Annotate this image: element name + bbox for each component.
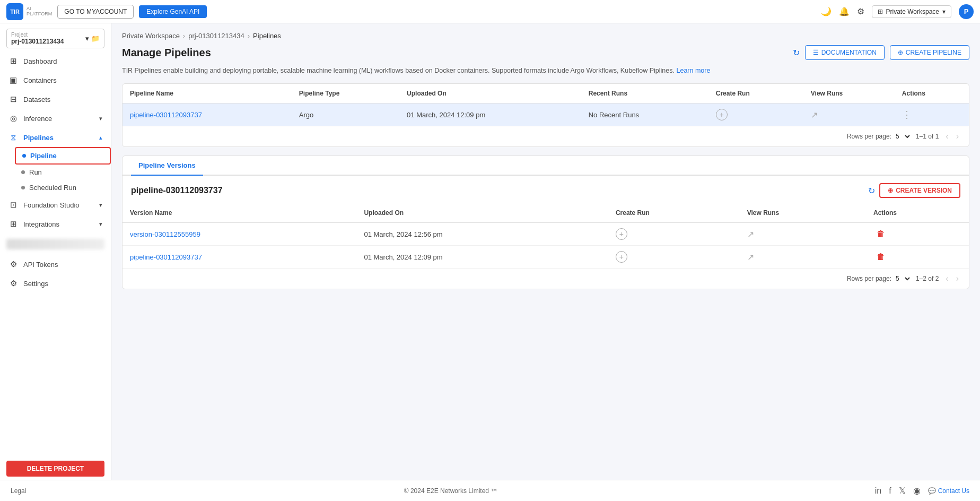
- col-version-actions: Actions: [866, 203, 969, 223]
- create-version-button[interactable]: ⊕ CREATE VERSION: [879, 183, 960, 198]
- api-tokens-icon: ⚙: [8, 260, 18, 269]
- workspace-icon: ⊞: [878, 8, 883, 15]
- page-header: Manage Pipelines ↻ ☰ DOCUMENTATION ⊕ CRE…: [122, 45, 969, 60]
- prev-page-button[interactable]: ‹: [943, 131, 951, 142]
- sidebar-item-label: Foundation Studio: [23, 201, 80, 209]
- next-page-button[interactable]: ›: [953, 131, 961, 142]
- page-title: Manage Pipelines: [122, 47, 211, 59]
- twitter-icon[interactable]: 𝕏: [899, 486, 906, 496]
- pipeline-type: Argo: [292, 103, 399, 126]
- page-nav: ‹ ›: [943, 273, 961, 284]
- logo-text: TIR: [10, 8, 20, 15]
- sidebar: Project prj-013011213434 ▾ 📁 ⊞ Dashboard…: [0, 23, 111, 501]
- rss-icon[interactable]: ◉: [913, 486, 921, 496]
- col-view-runs: View Runs: [803, 84, 895, 103]
- dot-icon: [21, 170, 25, 174]
- pipeline-name-link[interactable]: pipeline-030112093737: [130, 111, 202, 119]
- col-version-create-run: Create Run: [608, 203, 740, 223]
- dot-icon: [21, 186, 25, 189]
- pipeline-versions-tabs: Pipeline Versions: [122, 156, 969, 176]
- footer-legal[interactable]: Legal: [11, 487, 26, 495]
- logo-subtitle: AIPLATFORM: [27, 6, 52, 17]
- chevron-down-icon: ▾: [99, 115, 102, 122]
- tab-pipeline-versions[interactable]: Pipeline Versions: [131, 156, 203, 176]
- integrations-icon: ⊞: [8, 219, 18, 229]
- delete-version-button[interactable]: 🗑: [873, 251, 888, 263]
- rows-per-page-select[interactable]: 51025: [894, 274, 912, 283]
- delete-project-button[interactable]: DELETE PROJECT: [6, 461, 104, 477]
- col-create-run: Create Run: [708, 84, 803, 103]
- delete-version-button[interactable]: 🗑: [873, 228, 888, 240]
- breadcrumb: Private Workspace › prj-013011213434 › P…: [122, 32, 969, 40]
- sidebar-subitem-pipeline[interactable]: Pipeline: [15, 147, 111, 165]
- workspace-selector[interactable]: ⊞ Private Workspace ▾: [872, 5, 951, 18]
- view-runs-button[interactable]: ↗: [747, 230, 754, 239]
- sidebar-item-integrations[interactable]: ⊞ Integrations ▾: [0, 214, 111, 234]
- sidebar-item-pipelines[interactable]: ⧖ Pipelines ▴: [0, 128, 111, 147]
- linkedin-icon[interactable]: in: [875, 486, 881, 496]
- table-header-row: Pipeline Name Pipeline Type Uploaded On …: [122, 84, 969, 103]
- sidebar-item-foundation-studio[interactable]: ⊡ Foundation Studio ▾: [0, 195, 111, 214]
- description-text: TIR Pipelines enable building and deploy…: [122, 67, 675, 74]
- sidebar-subitem-label: Run: [29, 168, 42, 176]
- refresh-button[interactable]: ↻: [793, 48, 800, 58]
- version-name-link[interactable]: pipeline-030112093737: [130, 253, 202, 261]
- create-run-button[interactable]: +: [616, 251, 627, 263]
- create-run-button[interactable]: +: [616, 228, 627, 240]
- sidebar-item-settings[interactable]: ⚙ Settings: [0, 274, 111, 293]
- page-description: TIR Pipelines enable building and deploy…: [122, 65, 969, 76]
- breadcrumb-workspace[interactable]: Private Workspace: [122, 32, 180, 40]
- avatar[interactable]: P: [959, 4, 974, 19]
- col-version-name: Version Name: [122, 203, 356, 223]
- dark-mode-icon[interactable]: 🌙: [821, 6, 832, 16]
- contact-icon: 💬: [928, 487, 936, 495]
- pipeline-versions-actions: ↻ ⊕ CREATE VERSION: [868, 183, 960, 198]
- create-run-button[interactable]: +: [716, 109, 728, 120]
- view-runs-button[interactable]: ↗: [811, 110, 818, 119]
- facebook-icon[interactable]: f: [889, 486, 891, 496]
- sidebar-item-dashboard[interactable]: ⊞ Dashboard: [0, 51, 111, 71]
- version-uploaded-on: 01 March, 2024 12:09 pm: [356, 246, 608, 269]
- next-page-button[interactable]: ›: [953, 273, 961, 284]
- prev-page-button[interactable]: ‹: [943, 273, 951, 284]
- containers-icon: ▣: [8, 75, 18, 85]
- actions-menu[interactable]: ⋮: [902, 109, 912, 120]
- sidebar-item-containers[interactable]: ▣ Containers: [0, 71, 111, 90]
- breadcrumb-project[interactable]: prj-013011213434: [188, 32, 244, 40]
- versions-refresh-button[interactable]: ↻: [868, 186, 875, 196]
- recent-runs: No Recent Runs: [581, 103, 708, 126]
- pipelines-pagination: Rows per page: 51025 1–1 of 1 ‹ ›: [122, 126, 969, 146]
- pipeline-versions-card: Pipeline Versions pipeline-030112093737 …: [122, 156, 969, 289]
- project-selector[interactable]: Project prj-013011213434 ▾ 📁: [6, 29, 104, 48]
- explore-genai-button[interactable]: Explore GenAI API: [139, 5, 207, 18]
- learn-more-link[interactable]: Learn more: [676, 67, 710, 74]
- documentation-button[interactable]: ☰ DOCUMENTATION: [805, 45, 885, 60]
- notifications-icon[interactable]: 🔔: [839, 6, 850, 16]
- sidebar-item-inference[interactable]: ◎ Inference ▾: [0, 109, 111, 128]
- create-pipeline-button[interactable]: ⊕ CREATE PIPELINE: [890, 45, 969, 60]
- table-row[interactable]: pipeline-030112093737 Argo 01 March, 202…: [122, 103, 969, 126]
- sidebar-subitem-run[interactable]: Run: [15, 165, 111, 180]
- rows-per-page-select[interactable]: 51025: [894, 132, 912, 141]
- col-pipeline-name: Pipeline Name: [122, 84, 292, 103]
- datasets-icon: ⊟: [8, 94, 18, 104]
- contact-us-link[interactable]: 💬 Contact Us: [928, 487, 969, 495]
- go-myaccount-button[interactable]: GO TO MYACCOUNT: [57, 5, 134, 19]
- table-row[interactable]: pipeline-030112093737 01 March, 2024 12:…: [122, 246, 969, 269]
- project-label: Project: [11, 32, 64, 38]
- rows-per-page-label: Rows per page:: [847, 133, 891, 140]
- uploaded-on: 01 March, 2024 12:09 pm: [399, 103, 581, 126]
- version-name-link[interactable]: version-030112555959: [130, 230, 200, 238]
- col-version-uploaded-on: Uploaded On: [356, 203, 608, 223]
- table-row[interactable]: version-030112555959 01 March, 2024 12:5…: [122, 223, 969, 246]
- view-runs-button[interactable]: ↗: [747, 253, 754, 262]
- sidebar-subitem-label: Scheduled Run: [29, 184, 76, 192]
- sidebar-item-api-tokens[interactable]: ⚙ API Tokens: [0, 255, 111, 274]
- chevron-down-icon: ▾: [85, 34, 89, 42]
- workspace-label: Private Workspace: [886, 8, 939, 15]
- settings-icon[interactable]: ⚙: [857, 6, 864, 16]
- sidebar-item-datasets[interactable]: ⊟ Datasets: [0, 90, 111, 109]
- sidebar-subitem-scheduled-run[interactable]: Scheduled Run: [15, 180, 111, 195]
- sidebar-item-label: API Tokens: [23, 261, 58, 269]
- col-pipeline-type: Pipeline Type: [292, 84, 399, 103]
